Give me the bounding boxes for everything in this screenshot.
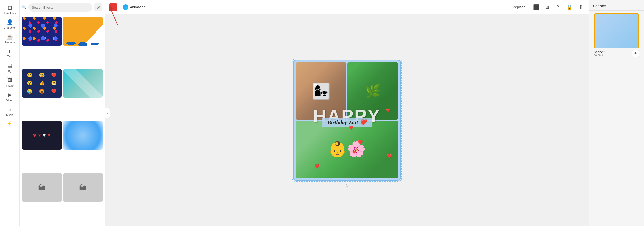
video-icon: ▶: [8, 92, 12, 98]
expand-button[interactable]: ⤢: [94, 3, 102, 11]
animation-button[interactable]: C Animation: [120, 3, 148, 11]
animation-icon: C: [123, 4, 128, 10]
property-icon: ☕: [6, 34, 13, 40]
sidebar-item-label-character: Character: [4, 26, 16, 29]
scenes-header: Scenes: [589, 0, 644, 11]
sidebar-item-more[interactable]: ⚡: [0, 119, 19, 128]
photo-slot-top-right[interactable]: [347, 62, 398, 120]
effect-item-orange-balloons[interactable]: [63, 17, 103, 46]
effect-item-circles[interactable]: [63, 121, 103, 150]
photo-slot-bottom[interactable]: [296, 121, 398, 178]
main-area: C Animation Replace ⬛ ⊞ 🖨 🔒 🗑: [105, 0, 589, 226]
scene-time: 00:08.9: [594, 54, 606, 57]
delete-icon[interactable]: 🗑: [578, 3, 585, 11]
rotate-handle[interactable]: ↻: [345, 183, 349, 188]
effect-item-dark-hearts[interactable]: ♥ ♥ ♥ ♥: [22, 121, 62, 150]
scene-thumb-inner: [595, 14, 638, 48]
more-icon: ⚡: [7, 121, 12, 125]
sidebar-item-music[interactable]: ♪ Music: [0, 104, 19, 119]
bg-icon: ▤: [7, 63, 12, 69]
animation-label: Animation: [130, 5, 145, 9]
sidebar-item-text[interactable]: T Text: [0, 46, 19, 60]
search-bar: 🔍 ⤢: [20, 0, 105, 15]
sidebar-item-label-image: Image: [6, 84, 14, 87]
photo-slot-top-left[interactable]: [296, 62, 346, 120]
replace-button[interactable]: Replace: [510, 4, 528, 11]
panel-collapse-button[interactable]: ‹: [105, 108, 110, 118]
lock-icon[interactable]: 🔒: [565, 3, 574, 11]
sidebar-item-image[interactable]: 🖼 Image: [0, 75, 19, 90]
scene-name: Scene 1: [594, 50, 606, 54]
sidebar-item-label-text: Text: [7, 55, 12, 58]
sidebar-nav: ⊞ Templates 👤 Character ☕ Property T Tex…: [0, 0, 20, 226]
effect-item-dots-blue[interactable]: [22, 17, 62, 46]
music-icon: ♪: [8, 107, 11, 112]
scenes-list: Scene 1 00:08.9 +: [589, 11, 644, 59]
add-scene-button[interactable]: +: [632, 50, 639, 57]
effect-item-placeholder-1[interactable]: [22, 173, 62, 202]
image-icon: 🖼: [7, 78, 13, 83]
search-input[interactable]: [28, 3, 92, 12]
canvas-frame[interactable]: HAPPY Birthday Zia! ❤️ ❤️ ❤️ ❤️ ❤️ ❤️ ❤️…: [293, 60, 401, 181]
canvas-area[interactable]: HAPPY Birthday Zia! ❤️ ❤️ ❤️ ❤️ ❤️ ❤️ ❤️…: [105, 14, 589, 226]
color-swatch[interactable]: [109, 3, 117, 11]
effect-item-emoji-reactions[interactable]: 😊😂❤️ 😮 👍 😁 😢 😡 ❤️: [22, 69, 62, 98]
toolbar-right: Replace ⬛ ⊞ 🖨 🔒 🗑: [510, 3, 585, 11]
sidebar-item-label-music: Music: [6, 113, 13, 116]
scene-label-row: Scene 1 00:08.9 +: [594, 50, 639, 57]
effects-grid: 😊😂❤️ 😮 👍 😁 😢 😡 ❤️ ♥ ♥ ♥ ♥: [20, 15, 105, 226]
scene-item-1[interactable]: Scene 1 00:08.9 +: [591, 13, 641, 57]
sidebar-item-label-property: Property: [5, 41, 15, 44]
birthday-text-box[interactable]: Birthday Zia! ❤️: [322, 118, 372, 127]
sidebar-item-label-video: Video: [6, 99, 13, 102]
sidebar-item-property[interactable]: ☕ Property: [0, 32, 19, 46]
scene-thumbnail-1[interactable]: [594, 13, 639, 48]
sidebar-item-bg[interactable]: ▤ Bg: [0, 60, 19, 75]
sidebar-item-templates[interactable]: ⊞ Templates: [0, 3, 19, 17]
search-icon: 🔍: [22, 5, 26, 9]
scenes-panel: Scenes Scene 1 00:08.9 +: [589, 0, 644, 226]
print-icon[interactable]: 🖨: [554, 3, 561, 11]
sidebar-item-video[interactable]: ▶ Video: [0, 90, 19, 104]
birthday-text: Birthday Zia! ❤️: [327, 119, 367, 125]
effect-item-placeholder-2[interactable]: [63, 173, 103, 202]
scene-info: Scene 1 00:08.9: [594, 50, 606, 57]
split-view-icon[interactable]: ⬛: [532, 3, 540, 11]
sidebar-item-label-bg: Bg: [8, 70, 11, 73]
grid-icon[interactable]: ⊞: [544, 3, 550, 11]
text-icon: T: [8, 49, 11, 54]
templates-icon: ⊞: [8, 5, 12, 11]
toolbar: C Animation Replace ⬛ ⊞ 🖨 🔒 🗑: [105, 0, 589, 14]
character-icon: 👤: [6, 20, 13, 25]
sidebar-item-character[interactable]: 👤 Character: [0, 17, 19, 32]
sidebar-item-label-templates: Templates: [3, 12, 16, 15]
effect-item-geometric[interactable]: [63, 69, 103, 98]
effects-panel: 🔍 ⤢ 😊😂❤️ 😮 👍 😁 😢 😡 ❤️ ♥ ♥ ♥ ♥: [20, 0, 105, 226]
